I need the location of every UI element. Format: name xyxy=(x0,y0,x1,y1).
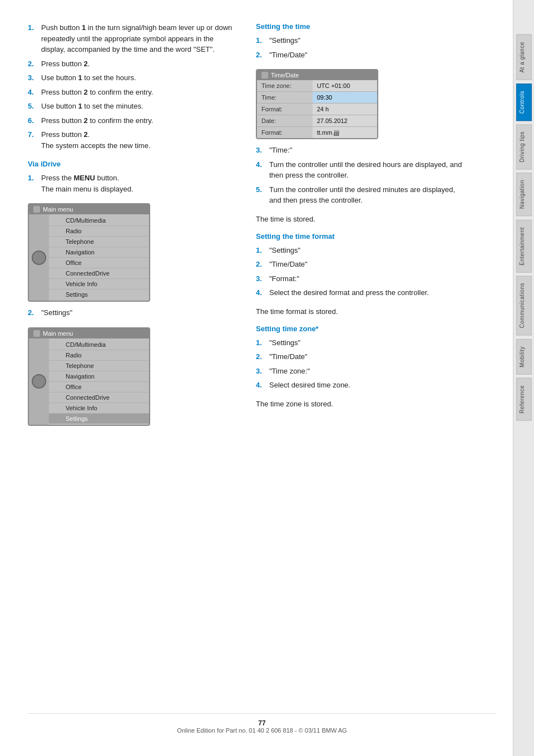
menu-item: Radio xyxy=(49,226,149,237)
menu-list-panel: CD/Multimedia Radio Telephone Navigation… xyxy=(49,214,149,301)
tf-step-3: 3. "Format:" xyxy=(256,273,467,284)
step-number: 1. xyxy=(256,245,265,256)
step-number: 5. xyxy=(28,101,37,112)
screen-value: 24 h xyxy=(313,104,377,115)
step-text: Press the MENU button.The main menu is d… xyxy=(41,173,239,194)
screen-row-format: Format: 24 h xyxy=(257,104,377,115)
step-text: "Time zone:" xyxy=(269,366,467,377)
step-7: 7. Press button 2.The system accepts the… xyxy=(28,129,239,151)
st-step-4: 4. Turn the controller until the desired… xyxy=(256,159,467,181)
sidebar-tab-mobility[interactable]: Mobility xyxy=(516,339,532,375)
menu-with-knob: CD/Multimedia Radio Telephone Navigation… xyxy=(29,214,149,301)
step-number: 1. xyxy=(256,337,265,348)
step-text: "Format:" xyxy=(269,273,467,284)
step-text: Use button 1 to set the hours. xyxy=(41,72,239,84)
screen-value: 27.05.2012 xyxy=(313,115,377,126)
sidebar-tab-navigation[interactable]: Navigation xyxy=(516,173,532,216)
clock-icon xyxy=(261,72,268,78)
screen-value: UTC +01:00 xyxy=(313,80,377,91)
step-text: Press button 2 to confirm the entry. xyxy=(41,115,239,126)
menu-item: CD/Multimedia xyxy=(49,340,149,350)
tz-step-2: 2. "Time/Date" xyxy=(256,351,467,362)
step-number: 2. xyxy=(256,259,265,270)
menu-list: CD/Multimedia Radio Telephone Navigation… xyxy=(49,214,149,301)
menu-item: CD/Multimedia xyxy=(49,215,149,226)
menu-item-settings: Settings xyxy=(49,414,149,424)
sidebar-tab-controls[interactable]: Controls xyxy=(516,84,532,121)
sidebar-tab-reference[interactable]: Reference xyxy=(516,378,532,421)
menu-item: Office xyxy=(49,258,149,268)
sidebar-tab-communications[interactable]: Communications xyxy=(516,276,532,335)
tf-step-4: 4. Select the desired format and press t… xyxy=(256,287,467,298)
step-text: Select desired time zone. xyxy=(269,380,467,391)
step-text: Turn the controller until the desired mi… xyxy=(269,184,467,206)
setting-time-steps: 1. "Settings" 2. "Time/Date" xyxy=(256,35,467,60)
st-step-3: 3. "Time:" xyxy=(256,145,467,156)
time-format-steps: 1. "Settings" 2. "Time/Date" 3. "Format:… xyxy=(256,245,467,298)
step-number: 7. xyxy=(28,129,37,151)
menu-screen-2: Main menu CD/Multimedia Radio Telephone … xyxy=(28,327,150,426)
step-number: 4. xyxy=(28,87,37,98)
menu-item: Office xyxy=(49,382,149,392)
tf-step-1: 1. "Settings" xyxy=(256,245,467,256)
knob-circle xyxy=(32,251,46,265)
step-text: "Time/Date" xyxy=(269,50,467,61)
step-text: "Time/Date" xyxy=(269,259,467,270)
step-number: 4. xyxy=(256,159,265,181)
page-footer: 77 Online Edition for Part no. 01 40 2 6… xyxy=(28,713,496,734)
screen-title-text: Time/Date xyxy=(271,72,299,78)
screen-label: Date: xyxy=(257,115,313,126)
time-stored-text: The time is stored. xyxy=(256,215,467,223)
st-step-5: 5. Turn the controller until the desired… xyxy=(256,184,467,206)
menu-screen-1: Main menu CD/Multimedia Radio Telephone … xyxy=(28,203,150,302)
step-6: 6. Press button 2 to confirm the entry. xyxy=(28,115,239,126)
knob-circle-2 xyxy=(32,374,46,389)
menu-icon-2 xyxy=(33,330,40,337)
step-number: 5. xyxy=(256,184,265,206)
sidebar-tab-at-a-glance[interactable]: At a glance xyxy=(516,35,532,80)
tf-step-2: 2. "Time/Date" xyxy=(256,259,467,270)
screen-row-date-format: Format: tt.mm.jjjj xyxy=(257,127,377,138)
step-number: 3. xyxy=(256,145,265,156)
setting-time-format-heading: Setting the time format xyxy=(256,232,467,240)
step-text: "Settings" xyxy=(269,245,467,256)
step-number: 4. xyxy=(256,287,265,298)
sidebar-tab-entertainment[interactable]: Entertainment xyxy=(516,220,532,273)
tz-step-1: 1. "Settings" xyxy=(256,337,467,348)
menu-item: Vehicle Info xyxy=(49,403,149,414)
step-3: 3. Use button 1 to set the hours. xyxy=(28,72,239,84)
step-5: 5. Use button 1 to set the minutes. xyxy=(28,101,239,112)
step-text: "Time/Date" xyxy=(269,351,467,362)
via-idrive-step2: 2. "Settings" xyxy=(28,307,239,318)
step-number: 2. xyxy=(256,50,265,61)
screen-label: Time: xyxy=(257,92,313,103)
step-number: 1. xyxy=(28,22,37,55)
time-zone-steps: 1. "Settings" 2. "Time/Date" 3. "Time zo… xyxy=(256,337,467,391)
screen-value: tt.mm.jjjj xyxy=(313,127,377,138)
screen-row-date: Date: 27.05.2012 xyxy=(257,115,377,127)
menu-item: Telephone xyxy=(49,361,149,371)
tz-step-3: 3. "Time zone:" xyxy=(256,366,467,377)
menu-item: Navigation xyxy=(49,247,149,258)
tz-step-4: 4. Select desired time zone. xyxy=(256,380,467,391)
setting-time-steps2: 3. "Time:" 4. Turn the controller until … xyxy=(256,145,467,206)
step-text: Press button 2 to confirm the entry. xyxy=(41,87,239,98)
menu-list-panel-2: CD/Multimedia Radio Telephone Navigation… xyxy=(49,338,149,425)
screen-row-time: Time: 09:30 xyxy=(257,92,377,104)
setting-time-zone-heading: Setting time zone* xyxy=(256,325,467,333)
step-text: Push button 1 in the turn signal/high be… xyxy=(41,22,239,55)
screen-body: Time zone: UTC +01:00 Time: 09:30 Format… xyxy=(257,80,377,138)
via-idrive-steps: 1. Press the MENU button.The main menu i… xyxy=(28,173,239,194)
step-number: 6. xyxy=(28,115,37,126)
menu-title-bar: Main menu xyxy=(29,204,149,214)
via-idrive-heading: Via iDrive xyxy=(28,160,239,168)
screen-label: Time zone: xyxy=(257,80,313,91)
left-column: 1. Push button 1 in the turn signal/high… xyxy=(28,22,239,696)
step-text: Press button 2. xyxy=(41,58,239,70)
menu-item: ConnectedDrive xyxy=(49,392,149,403)
copyright-text: Online Edition for Part no. 01 40 2 606 … xyxy=(28,727,496,734)
sidebar-tab-driving-tips[interactable]: Driving tips xyxy=(516,124,532,169)
menu-title-text: Main menu xyxy=(43,206,73,213)
menu-list-2: CD/Multimedia Radio Telephone Navigation… xyxy=(49,338,149,425)
step-number: 2. xyxy=(28,58,37,70)
